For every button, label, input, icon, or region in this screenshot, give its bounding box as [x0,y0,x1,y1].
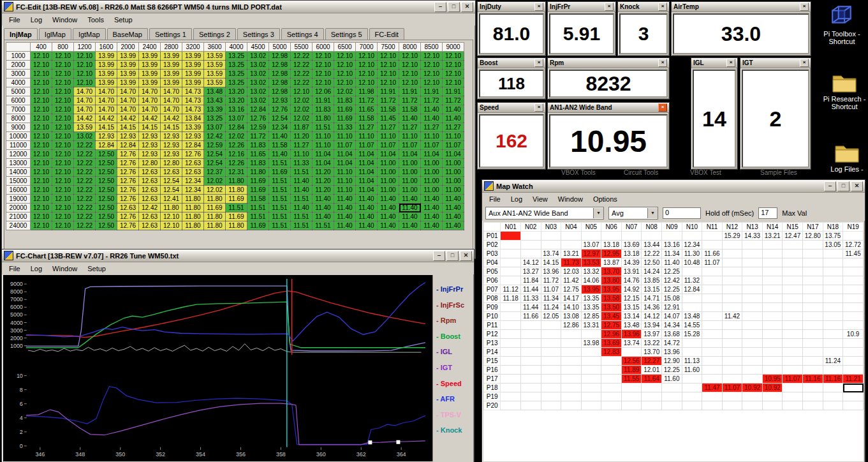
inj-map-cell[interactable]: 11.40 [378,221,399,230]
inj-map-cell[interactable]: 12.10 [334,52,356,61]
watch-cell[interactable]: 13.16 [662,241,682,250]
inj-map-cell[interactable]: 13.99 [96,61,117,70]
inj-map-cell[interactable]: 11.00 [378,186,399,195]
watch-cell[interactable]: 13.05 [823,241,843,250]
inj-map-cell[interactable]: 13.99 [139,61,161,70]
inj-map-cell[interactable]: 11.80 [204,221,226,230]
tab-basemap[interactable]: BaseMap [107,28,148,40]
inj-map-cell[interactable]: 11.40 [421,114,443,123]
inj-map-cell[interactable]: 14.15 [96,123,117,132]
inj-map-cell[interactable]: 12.10 [31,132,52,141]
inj-map-cell[interactable]: 12.02 [334,87,356,96]
watch-cell[interactable]: 11.60 [682,366,702,375]
inj-map-cell[interactable]: 11.80 [182,212,204,221]
watch-cell[interactable]: 14.36 [642,303,662,312]
inj-map-cell[interactable]: 11.51 [291,195,313,204]
watch-cell[interactable]: 11.21 [843,375,864,384]
inj-map-cell[interactable]: 14.70 [96,105,117,114]
inj-map-cell[interactable]: 14.42 [96,114,117,123]
inj-map-cell[interactable]: 11.00 [443,168,464,177]
watch-cell[interactable] [803,401,823,410]
watch-cell[interactable] [702,276,723,285]
inj-map-cell[interactable]: 11.40 [291,186,313,195]
watch-cell[interactable] [561,366,582,375]
watch-cell[interactable] [581,375,601,384]
inj-map-cell[interactable]: 12.10 [31,105,52,114]
watch-cell[interactable] [783,258,803,267]
watch-cell[interactable]: 13.91 [621,267,642,276]
watch-cell[interactable] [742,401,763,410]
watch-cell[interactable] [682,375,702,384]
inj-map-cell[interactable]: 14.70 [74,87,96,96]
inj-map-cell[interactable]: 13.99 [117,70,139,78]
watch-cell[interactable]: 11.32 [682,276,702,285]
close-icon[interactable]: ✕ [460,251,472,261]
gauge-titlebar[interactable]: InjFrPr× [548,2,615,12]
watch-cell[interactable]: 13.07 [581,241,601,250]
inj-map-cell[interactable]: 11.40 [443,114,464,123]
inj-map-cell[interactable]: 14.70 [139,105,161,114]
inj-map-cell[interactable]: 12.06 [313,87,334,96]
inj-map-cell[interactable]: 11.07 [443,141,464,150]
watch-cell[interactable] [501,375,521,384]
inj-map-cell[interactable]: 12.93 [139,132,161,141]
maximize-icon[interactable]: □ [448,2,460,12]
inj-map-cell[interactable]: 12.10 [74,78,96,87]
inj-map-cell[interactable]: 13.48 [204,87,226,96]
fc-edit-titlebar[interactable]: FC-Edit [13B-REW v5.08] - RR26.0 Matt S8… [2,1,475,13]
watch-cell[interactable]: 13.08 [561,312,582,321]
inj-map-cell[interactable]: 12.54 [204,159,226,168]
inj-map-cell[interactable]: 13.02 [247,61,269,70]
inj-map-cell[interactable]: 11.40 [356,195,378,204]
watch-cell[interactable] [541,392,561,401]
watch-cell[interactable] [702,303,723,312]
watch-cell[interactable]: 11.40 [662,258,682,267]
inj-map-cell[interactable]: 11.40 [421,195,443,204]
inj-map-cell[interactable]: 11.40 [421,212,443,221]
inj-map-cell[interactable]: 12.26 [226,141,247,150]
inj-map-cell[interactable]: 14.15 [139,123,161,132]
inj-map-cell[interactable]: 13.59 [204,52,226,61]
watch-cell[interactable]: 12.34 [682,241,702,250]
watch-cell[interactable] [742,285,763,294]
inj-map-cell[interactable]: 11.40 [334,221,356,230]
inj-map-cell[interactable]: 12.10 [31,221,52,230]
inj-map-cell[interactable]: 12.22 [291,78,313,87]
watch-cell[interactable] [843,303,864,312]
inj-map-cell[interactable]: 11.83 [334,96,356,105]
watch-cell[interactable] [783,294,803,303]
inj-map-cell[interactable]: 12.10 [52,132,74,141]
inj-map-cell[interactable]: 11.10 [356,132,378,141]
watch-cell[interactable] [762,258,783,267]
watch-cell[interactable] [762,392,783,401]
watch-cell[interactable]: 11.55 [621,375,642,384]
watch-cell[interactable]: 15.28 [682,330,702,339]
fc-edit-menu-window[interactable]: Window [47,15,82,25]
watch-cell[interactable]: 13.15 [642,285,662,294]
inj-map-cell[interactable]: 11.33 [334,123,356,132]
mode-select[interactable]: Avg ▼ [608,207,658,220]
watch-cell[interactable] [581,357,601,366]
inj-map-cell[interactable]: 11.00 [399,159,421,168]
watch-cell[interactable] [843,366,864,375]
inj-map-cell[interactable]: 11.04 [399,150,421,159]
watch-cell[interactable]: 11.24 [823,357,843,366]
inj-map-cell[interactable]: 14.42 [74,114,96,123]
watch-cell[interactable] [803,276,823,285]
inj-map-cell[interactable]: 12.41 [161,195,182,204]
fc-edit-menu-log[interactable]: Log [26,15,47,25]
inj-map-cell[interactable]: 11.10 [313,141,334,150]
watch-cell[interactable] [803,366,823,375]
watch-cell[interactable] [762,339,783,348]
watch-cell[interactable]: 12.22 [642,250,662,258]
gauge-titlebar[interactable]: Speed× [478,103,545,113]
watch-cell[interactable] [501,392,521,401]
inj-map-cell[interactable]: 12.02 [291,105,313,114]
tab-iglmap[interactable]: IglMap [39,28,71,40]
inj-map-cell[interactable]: 11.33 [291,159,313,168]
watch-cell[interactable] [642,232,662,241]
inj-map-cell[interactable]: 11.40 [334,212,356,221]
inj-map-cell[interactable]: 11.40 [443,212,464,221]
inj-map-cell[interactable]: 12.63 [139,168,161,177]
watch-cell[interactable] [823,401,843,410]
